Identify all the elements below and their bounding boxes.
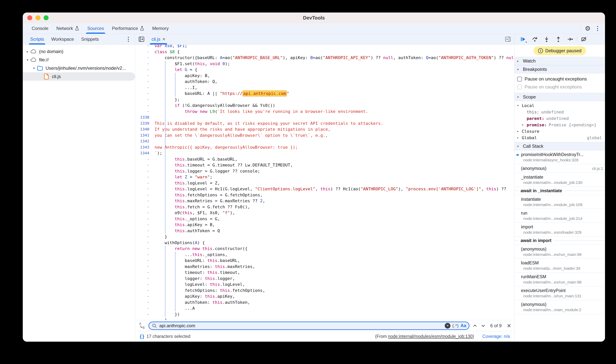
call-stack-frame[interactable]: _instantiatenode:internal/m...module_job… [515,173,605,187]
hide-navigator-button[interactable] [135,34,148,44]
line-number[interactable]: - [135,258,152,264]
line-number[interactable]: - [135,67,152,73]
line-number[interactable]: - [135,287,152,294]
line-number[interactable]: 1343 [135,144,152,150]
line-number[interactable]: - [135,216,152,222]
line-number[interactable]: 1344 [135,150,152,156]
code-editor[interactable]: -var Xs0, $F1;-class $8 {- constructor({… [135,45,514,320]
line-number[interactable]: - [135,61,152,67]
scope-expander-icon[interactable]: ▸ [517,130,522,133]
line-number[interactable]: - [135,180,152,186]
from-source-link[interactable]: node:internal/modules/esm/module_job:130 [388,334,473,339]
close-tab-icon[interactable]: × [162,36,165,42]
hide-debugger-sidebar-button[interactable] [502,34,514,44]
line-number[interactable]: - [135,78,152,85]
line-number[interactable]: - [135,174,152,180]
line-number[interactable]: - [135,228,152,234]
close-window-button[interactable] [27,15,32,20]
scope-section-header[interactable]: ▾ Scope [515,93,605,101]
line-number[interactable]: - [135,168,152,174]
call-stack-frame[interactable]: (anonymous)node:internal/m...main_module… [515,300,605,314]
line-number[interactable]: - [135,299,152,305]
line-number[interactable]: - [135,49,152,55]
call-stack-frame[interactable]: (anonymous)node:internal/m...es/run_main… [515,245,605,259]
tab-sources[interactable]: Sources [83,23,108,34]
line-number[interactable]: - [135,270,152,275]
scope-group-local[interactable]: ▾Local [515,102,605,109]
line-number[interactable]: - [135,55,152,61]
watch-section-header[interactable]: ▸ Watch [515,57,605,65]
line-number[interactable]: 1339 [135,120,152,127]
line-number[interactable]: - [135,281,152,287]
line-number[interactable]: 1341 [135,132,152,138]
line-number[interactable]: - [135,317,152,320]
deactivate-breakpoints-button[interactable] [579,35,589,43]
scope-group-closure[interactable]: ▸Closure [515,128,605,134]
step-button[interactable] [565,35,575,43]
line-number[interactable]: - [135,305,152,311]
navigator-tab-snippets[interactable]: Snippets [78,34,102,44]
line-number[interactable]: - [135,246,152,252]
line-number[interactable]: - [135,97,152,103]
line-number[interactable]: - [135,85,152,91]
tab-network[interactable]: Network [52,23,83,34]
checkbox[interactable] [517,77,522,81]
pretty-print-button[interactable]: { } [140,334,144,339]
more-options-icon[interactable]: ⋮ [595,26,601,31]
line-number[interactable]: - [135,156,152,162]
line-number[interactable]: 1338 [135,114,152,120]
scope-property-promise[interactable]: ▸promise:Promise {<pending>} [515,122,605,128]
line-number[interactable]: - [135,108,152,115]
search-field[interactable]: × (.*) Aa [149,322,469,330]
tree-expander-icon[interactable]: ▾ [31,66,37,70]
navigator-tab-workspace[interactable]: Workspace [48,34,78,44]
call-stack-frame[interactable]: runMainESMnode:internal/m...es/run_main:… [515,273,605,286]
line-number[interactable]: - [135,293,152,299]
regex-toggle-button[interactable]: (.*) [452,323,459,328]
settings-gear-icon[interactable]: ⚙ [585,25,591,32]
line-number[interactable]: - [135,204,152,210]
call-stack-frame[interactable]: (anonymous)cli.js:1 [515,164,605,173]
tree-expander-icon[interactable]: ▸ [25,50,30,54]
previous-match-button[interactable] [472,323,478,329]
line-number[interactable]: - [135,240,152,246]
breakpoint-option[interactable]: Pause on uncaught exceptions [515,75,605,83]
line-number[interactable]: 1342 [135,138,152,144]
line-number[interactable]: - [135,192,152,198]
line-number[interactable]: 1340 [135,126,152,132]
next-match-button[interactable] [480,323,486,329]
scope-group-global[interactable]: ▸Globalglobal [515,134,605,141]
line-number[interactable]: - [135,91,152,97]
line-number[interactable]: - [135,275,152,282]
tab-cli-js[interactable]: cli.js × [148,34,169,44]
clear-search-button[interactable]: × [445,323,450,329]
line-number[interactable]: - [135,252,152,258]
call-stack-frame[interactable]: loadESMnode:internal/p.../esm_loader:34 [515,259,605,273]
call-stack-frame[interactable]: instantiatenode:internal/m...module_job:… [515,195,605,209]
tree-item--no-domain-[interactable]: ▸(no domain) [23,47,135,56]
step-out-button[interactable] [553,35,563,43]
scope-expander-icon[interactable]: ▸ [517,136,522,139]
tree-item-users-jinhuilee-nvm-versions-node-v2-[interactable]: ▾Users/jinhuilee/.nvm/versions/node/v2..… [23,64,135,72]
tree-expander-icon[interactable]: ▾ [25,58,30,62]
tab-performance[interactable]: Performance [108,23,148,34]
step-over-button[interactable] [530,35,540,43]
line-number[interactable]: - [135,103,152,108]
call-stack-frame[interactable]: importnode:internal/m...esm/loader:329 [515,223,605,236]
line-number[interactable]: - [135,45,152,49]
tab-memory[interactable]: Memory [148,23,173,34]
scope-expander-icon[interactable]: ▾ [517,104,522,107]
line-number[interactable]: - [135,210,152,216]
call-stack-section-header[interactable]: ▾ Call Stack [515,142,605,150]
breakpoints-section-header[interactable]: ▾ Breakpoints [515,65,605,74]
match-case-toggle-button[interactable]: Aa [461,323,466,328]
line-number[interactable]: - [135,73,152,79]
line-number[interactable]: - [135,264,152,270]
line-number[interactable]: - [135,198,152,204]
tree-item-file-[interactable]: ▾file:// [23,56,135,64]
step-into-button[interactable] [542,35,551,43]
navigator-more-icon[interactable]: ⋮ [126,36,131,42]
navigator-tab-scripts[interactable]: Scripts [27,34,48,44]
resume-script-button[interactable] [518,35,528,43]
line-number[interactable]: - [135,222,152,228]
